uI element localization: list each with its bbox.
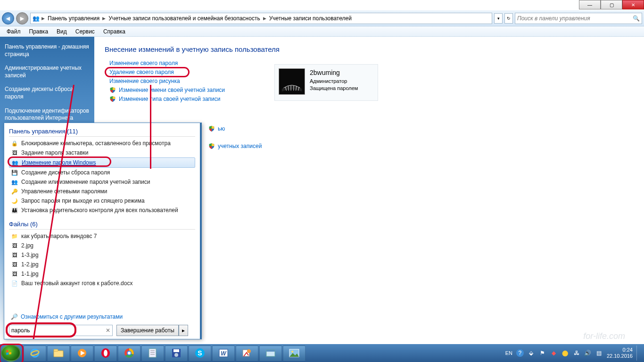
clock[interactable]: 0:24 22.10.2016: [607, 347, 633, 359]
see-more-results[interactable]: 🔎 Ознакомиться с другими результатами: [9, 311, 195, 323]
menu-help[interactable]: Справка: [99, 27, 129, 36]
taskbar-app-icon[interactable]: [259, 346, 282, 361]
file-icon: 🖼: [11, 251, 18, 259]
search-result-item[interactable]: 👥Создание или изменение пароля учетной з…: [9, 177, 195, 187]
shield-icon: [208, 125, 215, 132]
user-status: Защищена паролем: [310, 85, 358, 92]
taskbar-save-icon[interactable]: [165, 346, 188, 361]
action-center-icon[interactable]: ⚑: [539, 349, 546, 357]
taskbar-wmp-icon[interactable]: [71, 346, 93, 361]
svg-rect-22: [149, 349, 156, 357]
search-result-file[interactable]: 🖼1-1.jpg: [9, 269, 195, 279]
back-button[interactable]: ◄: [2, 12, 14, 25]
taskbar-opera-icon[interactable]: [94, 346, 117, 361]
help-tray-icon[interactable]: ?: [516, 349, 524, 357]
start-search-input[interactable]: ✕: [9, 325, 113, 336]
tray-icon[interactable]: ◆: [550, 349, 558, 357]
taskbar-ie-icon[interactable]: [24, 346, 46, 361]
svg-rect-36: [266, 350, 275, 352]
breadcrumb-dropdown[interactable]: ▾: [494, 13, 503, 24]
result-icon: 💾: [11, 169, 18, 176]
breadcrumb-item[interactable]: Учетные записи пользователей: [268, 15, 353, 22]
taskbar-explorer-icon[interactable]: [47, 346, 70, 361]
search-result-file[interactable]: 📄Ваш тестовый аккаунт готов к работе.doc…: [9, 279, 195, 288]
explorer-navbar: ◄ ► 👥 ▶ Панель управления ▶ Учетные запи…: [0, 10, 644, 26]
start-search-panel: Панель управления (11) 🔒Блокирование ком…: [4, 123, 202, 339]
account-action-link[interactable]: ью: [208, 125, 634, 132]
taskbar-photo-icon[interactable]: [283, 346, 305, 361]
sidebar-link[interactable]: Создание дискеты сброса пароля: [5, 86, 90, 100]
search-result-item[interactable]: 🌙Запрос пароля при выходе из спящего реж…: [9, 196, 195, 206]
search-result-item[interactable]: 💾Создание дискеты сброса пароля: [9, 168, 195, 177]
forward-button[interactable]: ►: [16, 12, 28, 25]
menu-tools[interactable]: Сервис: [72, 27, 99, 36]
taskbar-skype-icon[interactable]: S: [189, 346, 211, 361]
sidebar-link[interactable]: Администрирование учетных записей: [5, 65, 90, 79]
menu-file[interactable]: Файл: [3, 27, 25, 36]
taskbar-paint-icon[interactable]: [236, 346, 258, 361]
menu-edit[interactable]: Правка: [25, 27, 52, 36]
network-icon[interactable]: 🖧: [573, 349, 580, 357]
svg-rect-14: [54, 349, 58, 351]
tray-icon[interactable]: ▤: [595, 349, 603, 357]
search-placeholder: Поиск в панели управления: [517, 15, 590, 22]
svg-text:S: S: [198, 349, 202, 357]
svg-rect-27: [173, 349, 179, 352]
search-result-item[interactable]: 👪Установка родительского контроля для вс…: [9, 206, 195, 215]
search-result-file[interactable]: 📁как убрать пароль виндовс 7: [9, 231, 195, 241]
svg-point-21: [128, 352, 131, 354]
svg-rect-13: [54, 351, 63, 357]
language-indicator[interactable]: EN: [505, 350, 512, 356]
refresh-button[interactable]: ↻: [504, 13, 513, 24]
breadcrumb-item[interactable]: Учетные записи пользователей и семейная …: [107, 15, 261, 22]
result-icon: 👥: [11, 178, 18, 186]
result-icon: 👥: [11, 159, 19, 166]
tray-icon[interactable]: ⬤: [561, 349, 569, 357]
maximize-button[interactable]: ▢: [601, 0, 622, 9]
svg-point-38: [291, 351, 293, 353]
file-icon: 📄: [11, 280, 18, 287]
close-button[interactable]: ✕: [622, 0, 644, 9]
search-result-item[interactable]: 🖼Задание пароля заставки: [9, 148, 195, 157]
shutdown-button[interactable]: Завершение работы: [116, 325, 179, 336]
result-icon: 👪: [11, 206, 18, 214]
search-result-file[interactable]: 🖼1-3.jpg: [9, 250, 195, 260]
taskbar-chrome-icon[interactable]: [118, 346, 140, 361]
taskbar: S W EN ? ⬙ ⚑ ◆ ⬤ 🖧 🔊 ▤ 0:24 22.10.2016: [0, 344, 644, 362]
user-name: 2bwuming: [310, 68, 358, 78]
account-action-link[interactable]: учетных записей: [208, 143, 634, 149]
start-button[interactable]: [1, 345, 21, 362]
result-icon: 🌙: [11, 197, 18, 205]
result-icon: 🔒: [11, 140, 18, 147]
clear-search-icon[interactable]: ✕: [106, 327, 110, 334]
svg-point-28: [174, 353, 178, 357]
search-result-file[interactable]: 🖼1-2.jpg: [9, 260, 195, 269]
svg-point-34: [247, 349, 251, 353]
sidebar-home-link[interactable]: Панель управления - домашняя страница: [5, 43, 90, 58]
menu-view[interactable]: Вид: [53, 27, 71, 36]
search-icon: 🔎: [11, 313, 18, 320]
breadcrumb-item[interactable]: Панель управления: [47, 15, 100, 22]
show-desktop-button[interactable]: [636, 346, 640, 361]
breadcrumb[interactable]: 👥 ▶ Панель управления ▶ Учетные записи п…: [30, 13, 492, 24]
volume-icon[interactable]: 🔊: [584, 349, 592, 357]
user-role: Администратор: [310, 78, 358, 85]
system-tray: EN ? ⬙ ⚑ ◆ ⬤ 🖧 🔊 ▤ 0:24 22.10.2016: [505, 346, 643, 361]
search-group-header: Файлы (6): [9, 221, 195, 230]
taskbar-word-icon[interactable]: W: [212, 346, 235, 361]
sidebar-link[interactable]: Подключение идентификаторов пользователе…: [5, 107, 90, 122]
svg-text:W: W: [221, 350, 227, 357]
search-group-header: Панель управления (11): [9, 128, 195, 137]
taskbar-notepadpp-icon[interactable]: [141, 346, 164, 361]
search-result-item[interactable]: 👥Изменение пароля Windows: [9, 157, 195, 168]
file-icon: 🖼: [11, 270, 18, 278]
menu-bar: Файл Правка Вид Сервис Справка: [0, 26, 644, 37]
tray-icon[interactable]: ⬙: [528, 349, 535, 357]
search-result-item[interactable]: 🔑Управление сетевыми паролями: [9, 187, 195, 196]
search-input[interactable]: Поиск в панели управления 🔍: [515, 13, 642, 24]
search-result-item[interactable]: 🔒Блокирование компьютера, оставленного б…: [9, 139, 195, 148]
svg-point-18: [104, 350, 107, 356]
search-result-file[interactable]: 🖼2.jpg: [9, 241, 195, 250]
shutdown-options-button[interactable]: ▸: [179, 325, 188, 336]
minimize-button[interactable]: —: [579, 0, 601, 9]
